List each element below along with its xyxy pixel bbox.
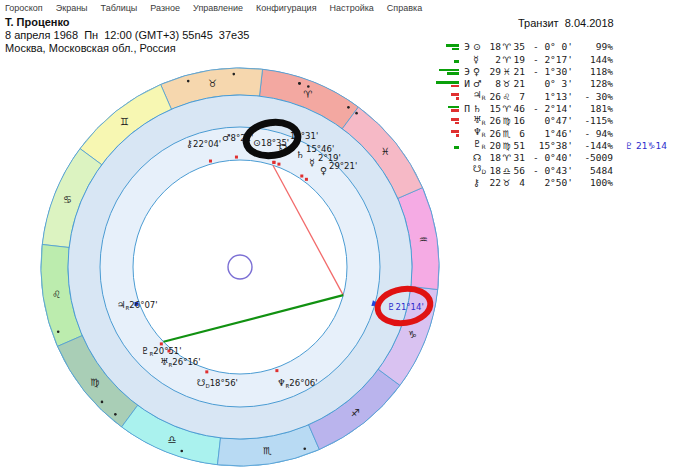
tick-node [272, 161, 275, 164]
strength-percent: 99% [573, 41, 613, 53]
sign-glyph-aquarius: ♒ [419, 234, 428, 245]
position-minutes: 31 [512, 152, 525, 164]
birth-datetime: 8 апреля 1968 Пн 12:00 (GMT+3) 55n45 37e… [5, 29, 249, 41]
sign-glyph-capricorn: ♑ [408, 329, 417, 340]
aspect-row-8[interactable]: ♆R26♏61°46'- 94% [432, 127, 667, 139]
strength-percent: 5484 [573, 165, 613, 177]
strength-bars [432, 81, 459, 87]
position-sign-glyph: ♉ [501, 177, 512, 189]
aspect-row-12[interactable]: ⚷22♉42°50'100% [432, 177, 667, 189]
degree-dot-neptune [303, 448, 306, 451]
strength-percent: -144% [573, 140, 613, 152]
transit-aspect-table: Э⊙18♈35- 0° 0'99%☿2♈19- 2°17'144%Э♀29♓21… [432, 41, 667, 189]
aspect-row-5[interactable]: ♃R26♌71°13'- 30% [432, 90, 667, 102]
wheel-label-neptune[interactable]: ♆R26°06' [277, 377, 318, 389]
aspect-row-2[interactable]: ☿2♈19- 2°17'144% [432, 53, 667, 65]
strength-bars [432, 69, 459, 75]
position-sign-glyph: ♈ [501, 41, 512, 53]
wheel-label-jupiter[interactable]: ♃R26°07' [117, 299, 158, 311]
position-sign-glyph: ♌ [501, 91, 512, 103]
position-sign-glyph: ♓ [501, 66, 512, 78]
aspect-row-10[interactable]: ☊18♈31- 0°40'-5009 [432, 152, 667, 164]
position-degrees: 18 [488, 165, 501, 177]
position-degrees: 15 [488, 103, 501, 115]
tick-neptune [275, 369, 278, 372]
chart-owner-name: Т. Проценко [5, 16, 70, 28]
aspect-row-1[interactable]: Э⊙18♈35- 0° 0'99% [432, 41, 667, 53]
transit-date-label: Транзит 8.04.2018 [518, 17, 614, 29]
degree-dot-node [298, 82, 301, 85]
aspect-row-7[interactable]: ♅R26♍160°47'-115% [432, 115, 667, 127]
orb-value: 0° 3' [525, 78, 573, 90]
aspect-row-9[interactable]: ♇R20♍5115°38'-144%♇ 21♑14 [432, 140, 667, 152]
position-degrees: 2 [488, 54, 501, 66]
aspect-letter: Э [459, 41, 470, 53]
tick-pluto [160, 342, 163, 345]
position-minutes: 21 [512, 78, 525, 90]
wheel-glyph-mercury[interactable]: ☿ [309, 157, 315, 168]
tick-saturn [277, 163, 280, 166]
sign-glyph-leo: ♌ [52, 289, 61, 300]
aspect-row-4[interactable]: И♂8♉210° 3'128% [432, 78, 667, 90]
position-minutes: 16 [512, 115, 525, 127]
position-sign-glyph: ♏ [501, 128, 512, 140]
planet-glyph: ☋D [470, 163, 488, 178]
sign-glyph-scorpio: ♏ [263, 445, 272, 456]
sign-glyph-gemini: ♊ [120, 116, 129, 127]
aspect-letter: И [459, 78, 470, 90]
orb-value: - 1°30' [525, 66, 573, 78]
orb-value: - 0°40' [525, 152, 573, 164]
position-sign-glyph: ♍ [501, 115, 512, 127]
sign-glyph-pisces: ♓ [381, 146, 390, 157]
strength-percent: 144% [573, 54, 613, 66]
orb-value: - 2°14' [525, 103, 573, 115]
strength-bars [432, 155, 459, 161]
wheel-label-uranus[interactable]: ♅R26°16' [160, 356, 201, 368]
strength-percent: 100% [573, 177, 613, 189]
planet-glyph: ♃R [470, 89, 488, 104]
wheel-label-tpluto[interactable]: ♇21°14' [387, 301, 424, 312]
aspect-letter: П [459, 103, 470, 115]
strength-bars [432, 143, 459, 149]
sign-glyph-aries: ♈ [304, 89, 313, 100]
wheel-glyph-saturn[interactable]: ♄ [296, 149, 305, 160]
aspect-row-11[interactable]: ☋D18♎56- 0°43'5484 [432, 164, 667, 176]
orb-value: 2°50' [525, 177, 573, 189]
position-minutes: 4 [512, 177, 525, 189]
app-window: ГороскопЭкраныТаблицыРазноеУправлениеКон… [0, 0, 700, 468]
aspect-row-3[interactable]: Э♀29♓21- 1°30'118% [432, 66, 667, 78]
position-minutes: 7 [512, 91, 525, 103]
strength-percent: -5009 [573, 152, 613, 164]
degree-dot-mars [232, 73, 235, 76]
degree-dot-chiron [187, 80, 190, 83]
degree-dot-saturn [307, 85, 310, 88]
sign-glyph-cancer: ♋ [63, 194, 72, 205]
strength-bars [432, 56, 459, 62]
aspect-row-6[interactable]: П♄15♈46- 2°14'181% [432, 103, 667, 115]
wheel-label-chiron[interactable]: ⚷22°04' [186, 138, 221, 149]
planet-glyph: ♇R [470, 138, 488, 153]
degree-dot-mercury [347, 106, 350, 109]
position-sign-glyph: ♉ [501, 78, 512, 90]
planet-glyph: ⚷ [470, 177, 488, 189]
position-degrees: 26 [488, 115, 501, 127]
position-degrees: 26 [488, 128, 501, 140]
position-degrees: 18 [488, 41, 501, 53]
aspect-letter: Э [459, 66, 470, 78]
strength-percent: 118% [573, 66, 613, 78]
strength-bars [432, 168, 459, 174]
degree-dot-snode [180, 450, 183, 453]
sign-glyph-libra: ♎ [168, 434, 177, 445]
orb-value: 1°13' [525, 91, 573, 103]
transit-position-note: ♇ 21♑14 [613, 140, 667, 152]
orb-value: - 2°17' [525, 54, 573, 66]
strength-bars [432, 130, 459, 136]
sign-glyph-sagittarius: ♐ [351, 407, 360, 418]
position-sign-glyph: ♈ [501, 152, 512, 164]
wheel-glyph-venus[interactable]: ♀ [320, 165, 327, 176]
planet-glyph: ☿ [470, 54, 488, 66]
strength-percent: -115% [573, 115, 613, 127]
wheel-label-venus[interactable]: 29°21' [329, 161, 357, 171]
wheel-label-snode[interactable]: ☋D18°56' [197, 377, 238, 389]
strength-bars [432, 118, 459, 124]
